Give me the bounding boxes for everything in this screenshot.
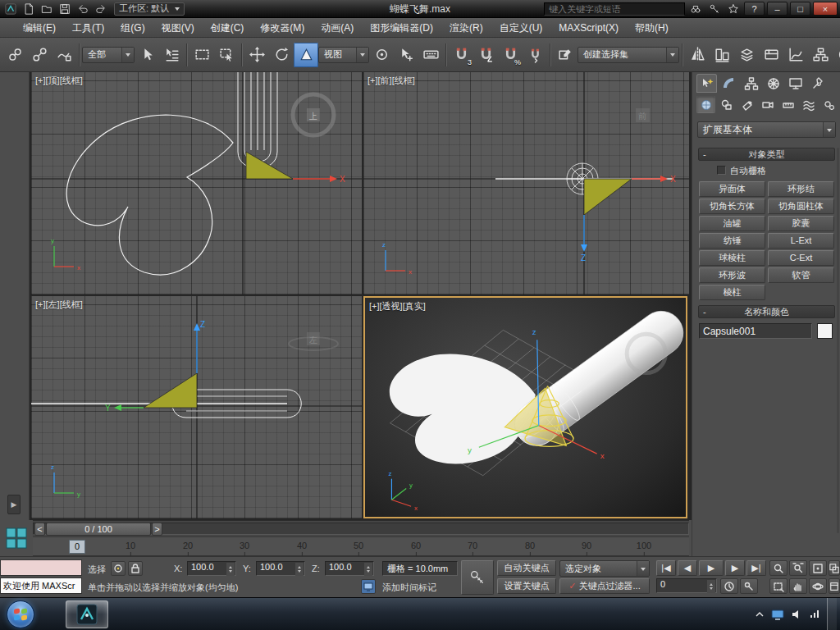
button-oiltank[interactable]: 油罐 xyxy=(699,216,765,231)
category-systems[interactable] xyxy=(819,96,838,113)
panel-scrollbar[interactable] xyxy=(837,148,839,533)
unlink-selection-icon[interactable] xyxy=(27,43,52,67)
curve-editor-icon[interactable] xyxy=(783,43,808,67)
zoom-icon[interactable] xyxy=(769,560,788,576)
zoom-extents-all-icon[interactable] xyxy=(829,560,840,576)
angle-snap-icon[interactable] xyxy=(473,43,498,67)
zoom-extents-icon[interactable] xyxy=(809,560,827,576)
rollout-object-type[interactable]: - 对象类型 xyxy=(698,148,835,161)
start-button[interactable] xyxy=(7,600,34,628)
use-pivot-center-icon[interactable] xyxy=(369,43,394,67)
button-hedra[interactable]: 异面体 xyxy=(699,181,765,197)
search-input[interactable] xyxy=(544,2,685,16)
reference-coordsys-dropdown[interactable]: 视图 xyxy=(318,47,369,63)
select-by-name-icon[interactable] xyxy=(159,43,184,67)
undo-icon[interactable] xyxy=(75,2,91,16)
tab-create[interactable] xyxy=(696,74,717,93)
go-to-end-button[interactable]: ▶| xyxy=(746,560,766,576)
toggle-set-key-mode-button[interactable] xyxy=(461,560,494,595)
favorites-star-icon[interactable] xyxy=(725,2,742,16)
select-and-scale-icon[interactable] xyxy=(294,43,318,67)
next-frame-button[interactable]: ▶ xyxy=(725,560,745,576)
viewport-front-label[interactable]: [+][前][线框] xyxy=(368,75,415,87)
menu-group[interactable]: 组(G) xyxy=(112,18,153,38)
isolate-selection-icon[interactable] xyxy=(111,561,126,576)
viewport-top-label[interactable]: [+][顶][线框] xyxy=(35,75,83,87)
viewport-front[interactable]: [+][前][线框] 前 X Z z x xyxy=(363,72,689,294)
bind-to-space-warp-icon[interactable] xyxy=(52,43,76,67)
zoom-region-icon[interactable] xyxy=(769,578,788,594)
spinner-arrows[interactable] xyxy=(707,580,715,593)
add-time-tag[interactable]: 添加时间标记 xyxy=(382,582,436,594)
selection-lock-icon[interactable] xyxy=(128,561,143,576)
selection-filter-dropdown[interactable]: 全部 xyxy=(82,47,135,63)
show-desktop-button[interactable] xyxy=(827,598,837,630)
menu-help[interactable]: 帮助(H) xyxy=(627,18,677,38)
max-app-button[interactable] xyxy=(2,2,19,16)
current-frame-field[interactable]: 0 xyxy=(656,578,717,593)
spinner-arrows[interactable] xyxy=(295,563,304,576)
layer-manager-icon[interactable] xyxy=(734,43,759,67)
graphite-ribbon-icon[interactable] xyxy=(759,43,783,67)
menu-create[interactable]: 创建(C) xyxy=(203,18,253,38)
viewport-left-label[interactable]: [+][左][线框] xyxy=(35,299,83,311)
category-lights[interactable] xyxy=(737,96,756,113)
tab-hierarchy[interactable] xyxy=(741,74,761,93)
tray-network-icon[interactable] xyxy=(809,609,820,620)
select-and-link-icon[interactable] xyxy=(2,43,27,67)
select-and-move-icon[interactable] xyxy=(244,43,269,67)
tray-display-icon[interactable] xyxy=(771,608,784,621)
subscription-key-icon[interactable] xyxy=(706,2,723,16)
coord-y-field[interactable]: 100.0 xyxy=(256,561,305,576)
category-cameras[interactable] xyxy=(758,96,777,113)
mirror-icon[interactable] xyxy=(685,43,710,67)
material-editor-icon[interactable] xyxy=(833,43,840,67)
spinner-arrows[interactable] xyxy=(364,563,372,576)
object-color-swatch[interactable] xyxy=(817,323,833,339)
tab-display[interactable] xyxy=(785,74,806,93)
time-configuration-icon[interactable] xyxy=(720,578,738,594)
select-object-icon[interactable] xyxy=(135,43,159,67)
button-l-ext[interactable]: L-Ext xyxy=(768,233,834,249)
selected-filter-dropdown[interactable]: 选定对象 xyxy=(559,560,650,577)
key-filters-button[interactable]: ✓ 关键点过滤器... xyxy=(559,578,650,594)
button-capsule[interactable]: 胶囊 xyxy=(768,216,834,231)
menu-graph-editors[interactable]: 图形编辑器(D) xyxy=(362,18,441,38)
menu-edit[interactable]: 编辑(E) xyxy=(15,18,64,38)
pan-hand-icon[interactable] xyxy=(789,578,807,594)
save-file-icon[interactable] xyxy=(57,2,73,16)
menu-customize[interactable]: 自定义(U) xyxy=(491,18,551,38)
category-space-warps[interactable] xyxy=(799,96,818,113)
viewport-left[interactable]: [+][左][线框] 左 Z Y xyxy=(31,296,362,518)
button-torus-knot[interactable]: 环形结 xyxy=(768,181,834,197)
button-c-ext[interactable]: C-Ext xyxy=(768,250,834,266)
maximize-viewport-toggle-icon[interactable] xyxy=(829,578,840,594)
coord-z-field[interactable]: 100.0 xyxy=(325,561,374,576)
key-mode-toggle-icon[interactable] xyxy=(740,578,758,594)
button-hose[interactable]: 软管 xyxy=(768,267,834,283)
open-file-icon[interactable] xyxy=(39,2,55,16)
percent-snap-icon[interactable]: % xyxy=(498,43,523,67)
coord-x-field[interactable]: 100.0 xyxy=(187,561,236,576)
viewport-perspective-label[interactable]: [+][透视][真实] xyxy=(369,300,426,313)
monitor-icon[interactable] xyxy=(361,579,376,594)
schematic-view-icon[interactable] xyxy=(808,43,833,67)
category-geometry[interactable] xyxy=(696,96,715,113)
window-crossing-toggle-icon[interactable] xyxy=(214,43,239,67)
viewport-perspective[interactable]: [+][透视][真实] xyxy=(363,296,687,518)
tray-volume-icon[interactable] xyxy=(791,609,802,620)
primitive-category-dropdown[interactable]: 扩展基本体 xyxy=(697,121,836,138)
rectangular-selection-region-icon[interactable] xyxy=(189,43,214,67)
category-shapes[interactable] xyxy=(717,96,736,113)
button-gengon[interactable]: 球棱柱 xyxy=(699,250,765,266)
viewport-top[interactable]: [+][顶][线框] 上 X y x xyxy=(31,72,362,294)
menu-rendering[interactable]: 渲染(R) xyxy=(441,18,491,38)
spinner-snap-icon[interactable] xyxy=(523,43,547,67)
maxscript-listener-pink[interactable] xyxy=(0,559,82,576)
help-button[interactable]: ? xyxy=(744,2,765,16)
select-and-manipulate-icon[interactable] xyxy=(394,43,418,67)
button-prism[interactable]: 棱柱 xyxy=(699,285,765,300)
zoom-all-icon[interactable] xyxy=(789,560,807,576)
edit-named-selection-sets-icon[interactable] xyxy=(553,43,578,67)
viewport-layout-tabs-button[interactable] xyxy=(0,520,33,556)
